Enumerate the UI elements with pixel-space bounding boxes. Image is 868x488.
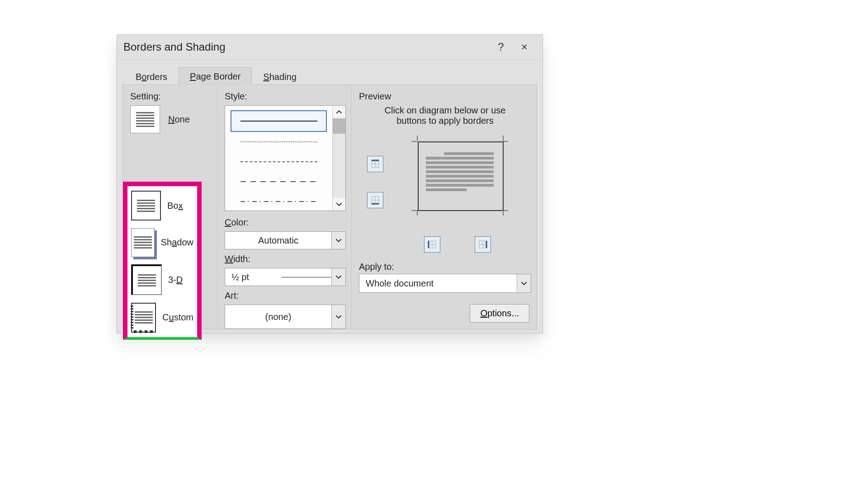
style-dash-dot[interactable] [231, 192, 327, 211]
close-icon: × [521, 41, 528, 53]
setting-shadow[interactable]: Shadow [131, 228, 193, 257]
style-section: Style: Color: Automatic [217, 85, 352, 329]
setting-box-label: Box [167, 201, 183, 211]
tab-shading[interactable]: Shading [252, 68, 307, 85]
tab-strip: Borders Page Border Shading [117, 64, 542, 85]
border-left-button[interactable] [424, 236, 440, 253]
none-icon [130, 105, 160, 133]
setting-label: Setting: [130, 91, 212, 102]
preview-label: Preview [359, 91, 531, 102]
borders-shading-dialog: Borders and Shading ? × Borders Page Bor… [117, 34, 543, 333]
setting-custom[interactable]: Custom [131, 303, 193, 333]
color-label: Color: [225, 217, 346, 228]
highlighted-settings: Box Shadow 3-D Custom [123, 182, 202, 340]
art-dropdown[interactable]: (none) [225, 305, 346, 329]
art-label: Art: [225, 291, 346, 301]
box-icon [131, 191, 161, 221]
scroll-down-icon[interactable] [333, 198, 345, 211]
tab-page-border[interactable]: Page Border [179, 67, 252, 85]
width-sample-line [282, 277, 331, 277]
preview-section: Preview Click on diagram below or use bu… [352, 85, 537, 329]
chevron-down-icon [517, 274, 531, 292]
help-icon: ? [498, 41, 504, 53]
tab-borders[interactable]: Borders [124, 68, 179, 85]
scroll-up-icon[interactable] [333, 106, 345, 118]
width-dropdown[interactable]: ½ pt [225, 268, 346, 286]
help-button[interactable]: ? [489, 38, 513, 56]
titlebar: Borders and Shading ? × [117, 35, 542, 60]
shadow-icon [131, 228, 155, 257]
setting-shadow-label: Shadow [161, 237, 193, 248]
border-top-button[interactable] [367, 156, 383, 172]
custom-icon [131, 303, 156, 333]
style-dashed[interactable] [231, 172, 327, 192]
art-value: (none) [225, 312, 331, 322]
setting-none[interactable]: None [130, 105, 212, 133]
setting-box[interactable]: Box [131, 191, 193, 221]
setting-3d[interactable]: 3-D [131, 264, 193, 295]
border-bottom-button[interactable] [367, 192, 383, 208]
preview-diagram[interactable] [359, 134, 531, 225]
style-solid[interactable] [231, 110, 327, 132]
applyto-dropdown[interactable]: Whole document [359, 274, 531, 293]
applyto-label: Apply to: [359, 262, 394, 272]
chevron-down-icon [331, 305, 345, 328]
dialog-title: Borders and Shading [123, 41, 226, 53]
width-value: ½ pt [225, 272, 276, 282]
threeD-icon [131, 264, 162, 295]
preview-hint: Click on diagram below or use buttons to… [373, 105, 518, 126]
setting-none-label: None [168, 114, 190, 125]
setting-3d-label: 3-D [168, 275, 183, 285]
style-scrollbar[interactable] [332, 106, 345, 211]
setting-custom-label: Custom [162, 312, 193, 323]
chevron-down-icon [331, 232, 345, 249]
style-list[interactable] [225, 105, 346, 211]
color-dropdown[interactable]: Automatic [225, 231, 346, 249]
style-dashed-fine[interactable] [231, 152, 327, 172]
preview-text-lines [426, 150, 494, 193]
style-label: Style: [225, 91, 346, 102]
color-value: Automatic [225, 235, 331, 246]
style-dotted[interactable] [231, 132, 327, 152]
border-right-button[interactable] [475, 236, 491, 253]
chevron-down-icon [331, 268, 345, 286]
options-button[interactable]: Options... [470, 304, 529, 323]
dialog-content: Setting: None Box Shadow 3-D [123, 84, 537, 329]
width-label: Width: [225, 254, 346, 264]
applyto-value: Whole document [359, 278, 517, 289]
scroll-thumb[interactable] [333, 118, 345, 134]
close-button[interactable]: × [513, 38, 536, 56]
